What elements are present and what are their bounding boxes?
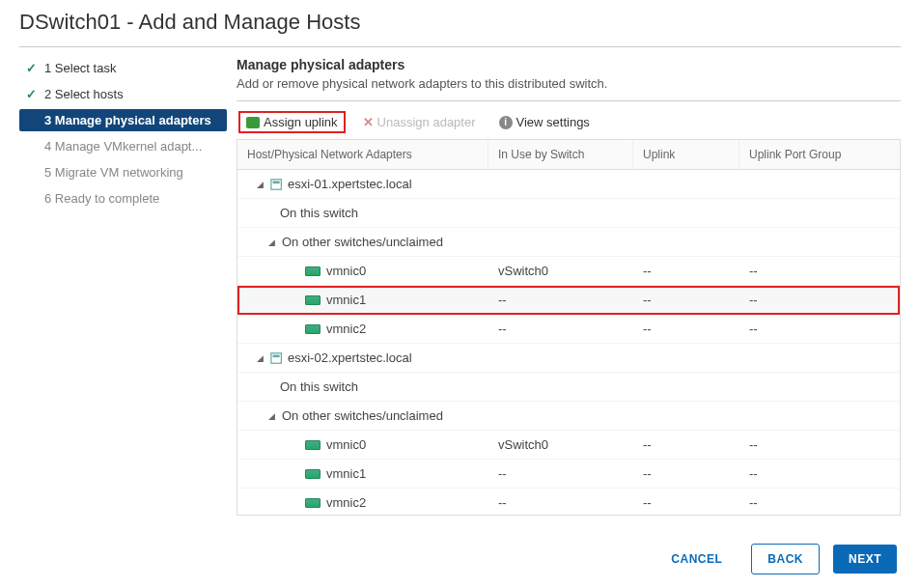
svg-rect-3 [273,354,280,357]
step-label: 1 Select task [44,61,116,75]
checkmark-icon: ✓ [25,87,37,101]
table-header: Host/Physical Network Adapters In Use by… [237,140,900,170]
nic-name: vmnic2 [326,322,366,336]
cancel-button[interactable]: CANCEL [655,545,738,574]
nic-uplink: -- [633,293,739,307]
host-icon [270,351,284,365]
group-row-on-this-switch[interactable]: On this switch [237,199,900,228]
col-host-adapters[interactable]: Host/Physical Network Adapters [237,140,488,169]
nic-switch: -- [488,495,633,510]
nic-name: vmnic1 [326,466,366,481]
nic-switch: vSwitch0 [488,264,633,278]
nic-switch: -- [488,293,633,307]
nic-name: vmnic0 [326,437,366,452]
nic-uplink: -- [633,322,739,336]
svg-rect-0 [271,179,282,189]
nic-portgroup: -- [739,495,900,510]
collapse-icon[interactable]: ◢ [268,238,278,247]
host-name: esxi-01.xpertstec.local [288,177,412,191]
unassign-adapter-button: ✕ Unassign adapter [357,113,482,131]
step-label: 3 Manage physical adapters [44,113,211,127]
nic-uplink: -- [633,466,739,481]
group-label: On other switches/unclaimed [282,408,443,423]
host-row[interactable]: ◢ esxi-02.xpertstec.local [237,344,900,373]
nic-switch: vSwitch0 [488,437,633,452]
step-select-hosts[interactable]: ✓ 2 Select hosts [19,83,227,105]
back-button[interactable]: BACK [751,544,820,574]
nic-uplink: -- [633,264,739,278]
col-uplink-port-group[interactable]: Uplink Port Group [739,140,900,169]
nic-name: vmnic2 [326,495,366,510]
group-row-unclaimed[interactable]: ◢ On other switches/unclaimed [237,228,900,257]
nic-uplink: -- [633,437,739,452]
nic-row[interactable]: vmnic0 vSwitch0 -- -- [237,431,900,460]
step-manage-physical-adapters[interactable]: 3 Manage physical adapters [19,109,227,131]
adapters-table: Host/Physical Network Adapters In Use by… [237,139,901,516]
assign-label: Assign uplink [264,115,338,129]
nic-switch: -- [488,466,633,481]
nic-portgroup: -- [739,322,900,336]
nic-name: vmnic1 [326,293,366,307]
view-settings-button[interactable]: i View settings [493,113,596,131]
host-row[interactable]: ◢ esxi-01.xpertstec.local [237,170,900,199]
nic-icon [305,324,321,334]
panel-description: Add or remove physical network adapters … [237,76,901,91]
nic-row[interactable]: vmnic2 -- -- -- [237,489,900,515]
step-select-task[interactable]: ✓ 1 Select task [19,57,227,79]
group-label: On other switches/unclaimed [282,235,443,249]
unassign-label: Unassign adapter [377,115,476,129]
nic-row[interactable]: vmnic2 -- -- -- [237,315,900,344]
nic-icon [305,440,321,450]
group-row-unclaimed[interactable]: ◢ On other switches/unclaimed [237,402,900,431]
step-label: 2 Select hosts [44,87,124,101]
table-body[interactable]: ◢ esxi-01.xpertstec.local On this switch… [237,170,900,515]
group-row-on-this-switch[interactable]: On this switch [237,373,900,402]
nic-icon [305,266,321,276]
info-icon: i [499,116,513,129]
col-uplink[interactable]: Uplink [633,140,739,169]
step-migrate-vm-networking: 5 Migrate VM networking [19,161,227,183]
col-in-use-by-switch[interactable]: In Use by Switch [488,140,633,169]
assign-uplink-button[interactable]: Assign uplink [238,111,346,133]
next-button[interactable]: NEXT [833,545,897,574]
toolbar: Assign uplink ✕ Unassign adapter i View … [237,105,901,139]
step-manage-vmkernel: 4 Manage VMkernel adapt... [19,135,227,157]
svg-rect-1 [273,181,280,183]
nic-row[interactable]: vmnic1 -- -- -- [237,460,900,489]
nic-uplink: -- [633,495,739,510]
nic-icon [305,295,321,305]
footer-buttons: CANCEL BACK NEXT [655,544,897,574]
dialog-title: DSwitch01 - Add and Manage Hosts [19,0,901,47]
wizard-steps: ✓ 1 Select task ✓ 2 Select hosts 3 Manag… [19,57,237,516]
step-label: 5 Migrate VM networking [44,165,183,180]
divider [237,100,901,101]
collapse-icon[interactable]: ◢ [268,411,278,421]
step-ready-to-complete: 6 Ready to complete [19,187,227,210]
nic-row[interactable]: vmnic0 vSwitch0 -- -- [237,257,900,286]
svg-rect-2 [271,352,282,363]
unassign-icon: ✕ [363,115,374,129]
nic-name: vmnic0 [326,264,366,278]
assign-icon [246,117,260,128]
nic-portgroup: -- [739,437,900,452]
nic-portgroup: -- [739,293,900,307]
collapse-icon[interactable]: ◢ [257,353,266,363]
nic-portgroup: -- [739,466,900,481]
checkmark-icon: ✓ [25,61,37,75]
nic-switch: -- [488,322,633,336]
host-icon [270,178,284,191]
collapse-icon[interactable]: ◢ [257,180,266,189]
nic-row[interactable]: vmnic1 -- -- -- [237,286,900,315]
view-label: View settings [516,115,590,129]
step-label: 6 Ready to complete [44,191,159,206]
panel-title: Manage physical adapters [237,57,901,72]
host-name: esxi-02.xpertstec.local [288,350,412,365]
nic-icon [305,498,321,508]
step-label: 4 Manage VMkernel adapt... [44,139,202,154]
nic-icon [305,469,321,479]
nic-portgroup: -- [739,264,900,278]
